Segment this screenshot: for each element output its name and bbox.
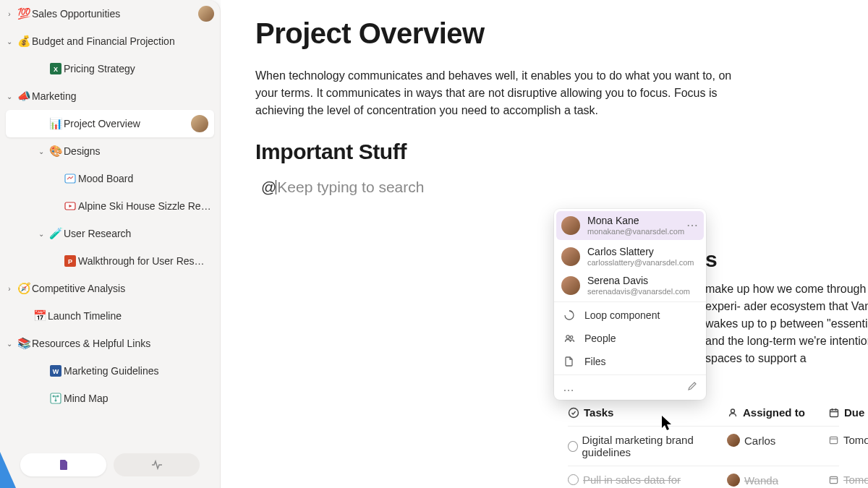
svg-rect-2	[65, 174, 75, 183]
footer-pill-doc[interactable]	[20, 453, 106, 476]
due-cell: Tomorrow	[828, 474, 868, 486]
sidebar-item-mood-board[interactable]: Mood Board	[0, 165, 220, 192]
sidebar-item-label: Sales Opportunities	[32, 8, 195, 20]
avatar	[561, 247, 580, 266]
sidebar-item-label: Walkthrough for User Res…	[78, 255, 214, 267]
item-emoji-icon: 🧭	[16, 282, 32, 295]
sidebar-item-competitive-analysis[interactable]: ›🧭Competitive Analysis	[0, 275, 220, 302]
task-cell: Pull in sales data for	[568, 474, 727, 486]
mention-action-loop-component[interactable]: Loop component	[554, 304, 706, 327]
avatar	[727, 434, 740, 447]
chevron-icon: ⌄	[35, 230, 48, 238]
item-emoji-icon: 📣	[16, 90, 32, 103]
item-emoji-icon: 💯	[16, 7, 32, 20]
task-checkbox[interactable]	[568, 474, 579, 485]
more-icon[interactable]: ⋯	[686, 218, 698, 232]
chevron-icon: ⌄	[3, 38, 16, 46]
obscured-body: make up how we come through as VanArsdel…	[705, 281, 868, 367]
person-icon	[727, 407, 739, 419]
task-header-row: Tasks Assigned to Due date Status	[568, 399, 839, 427]
sidebar-item-user-research[interactable]: ⌄🧪User Research	[0, 220, 220, 247]
mention-menu-footer: …	[554, 377, 706, 400]
intro-paragraph: When technology communicates and behaves…	[255, 67, 733, 119]
people-icon	[563, 333, 576, 344]
item-emoji-icon: 📅	[32, 309, 48, 322]
assigned-cell: Carlos	[727, 434, 828, 447]
sidebar-item-walkthrough-for-user-res-[interactable]: PWalkthrough for User Res…	[0, 247, 220, 275]
footer-pill-activity[interactable]	[114, 453, 200, 476]
person-email: serenadavis@vanarsdel.com	[587, 287, 690, 296]
sidebar-item-pricing-strategy[interactable]: XPricing Strategy	[0, 55, 220, 82]
loop-icon	[563, 309, 576, 321]
sidebar-nav: ›💯Sales Opportunities⌄💰Budget and Financ…	[0, 0, 220, 449]
chevron-icon: ›	[3, 285, 16, 293]
sidebar-item-label: Budget and Financial Projection	[32, 35, 214, 47]
sidebar-item-label: Marketing Guidelines	[64, 365, 214, 377]
sidebar-item-launch-timeline[interactable]: 📅Launch Timeline	[0, 302, 220, 330]
mention-action-people[interactable]: People	[554, 327, 706, 350]
document-icon	[58, 459, 69, 471]
mention-action-files[interactable]: Files	[554, 350, 706, 373]
mention-menu: Mona Kanemonakane@vanarsdel.com⋯Carlos S…	[554, 209, 706, 400]
excel-file-icon: X	[48, 63, 64, 74]
action-label: Loop component	[584, 309, 660, 321]
sidebar-item-label: Resources & Helpful Links	[32, 338, 214, 349]
sidebar-item-budget-and-financial-projectio[interactable]: ⌄💰Budget and Financial Projection	[0, 27, 220, 55]
item-emoji-icon: 📚	[16, 337, 32, 350]
chevron-icon: ›	[3, 10, 16, 18]
mention-placeholder: Keep typing to search	[277, 179, 424, 196]
header-due: Due date	[828, 406, 868, 419]
document-main: Project Overview When technology communi…	[221, 0, 868, 488]
sidebar-item-project-overview[interactable]: 📊Project Overview	[6, 110, 214, 137]
at-symbol: @	[261, 179, 276, 196]
sidebar-item-sales-opportunities[interactable]: ›💯Sales Opportunities	[0, 0, 220, 27]
task-table: Tasks Assigned to Due date Status Digita…	[568, 399, 839, 488]
action-label: People	[584, 333, 616, 344]
more-icon[interactable]: …	[563, 381, 574, 394]
person-name: Carlos Slattery	[587, 246, 694, 258]
task-cell: Digital marketing brand guidelines	[568, 434, 727, 458]
word-file-icon: W	[48, 365, 64, 377]
avatar	[561, 276, 580, 295]
action-label: Files	[584, 356, 606, 367]
edit-icon[interactable]	[687, 381, 697, 394]
sidebar-item-label: Pricing Strategy	[64, 63, 214, 74]
task-row[interactable]: Digital marketing brand guidelinesCarlos…	[568, 427, 839, 466]
pulse-icon	[150, 458, 163, 471]
svg-rect-16	[830, 409, 838, 416]
calendar-icon	[828, 474, 839, 485]
check-circle-icon	[568, 407, 579, 419]
svg-rect-18	[830, 476, 837, 483]
sidebar-item-mind-map[interactable]: Mind Map	[0, 385, 220, 412]
mention-person-mona-kane[interactable]: Mona Kanemonakane@vanarsdel.com⋯	[556, 211, 704, 240]
assigned-cell: Wanda	[727, 474, 828, 487]
sidebar-item-alpine-ski-house-sizzle-re-[interactable]: Alpine Ski House Sizzle Re…	[0, 192, 220, 220]
mention-input[interactable]: @ Keep typing to search	[255, 176, 833, 203]
svg-rect-17	[830, 437, 837, 443]
mention-person-serena-davis[interactable]: Serena Davisserenadavis@vanarsdel.com	[554, 271, 706, 300]
presence-avatar	[191, 115, 208, 132]
sidebar-item-designs[interactable]: ⌄🎨Designs	[0, 137, 220, 165]
sidebar-item-marketing[interactable]: ⌄📣Marketing	[0, 82, 220, 110]
section-heading: Important Stuff	[255, 140, 833, 164]
mention-person-carlos-slattery[interactable]: Carlos Slatterycarlosslattery@vanarsdel.…	[554, 242, 706, 271]
person-email: carlosslattery@vanarsdel.com	[587, 258, 694, 267]
person-name: Mona Kane	[587, 215, 684, 227]
task-checkbox[interactable]	[568, 441, 578, 452]
person-name: Serena Davis	[587, 275, 690, 287]
svg-text:P: P	[68, 258, 72, 265]
header-assigned: Assigned to	[727, 406, 828, 419]
video-file-icon	[62, 200, 78, 212]
due-cell: Tomorrow	[828, 434, 868, 446]
sidebar-item-label: Launch Timeline	[48, 310, 214, 322]
sidebar-item-label: Marketing	[32, 90, 214, 102]
whiteboard-file-icon	[62, 173, 78, 184]
sidebar-item-marketing-guidelines[interactable]: WMarketing Guidelines	[0, 357, 220, 385]
task-row[interactable]: Pull in sales data forWandaTomorrowDone	[568, 466, 839, 488]
calendar-icon	[828, 435, 839, 445]
item-emoji-icon: 💰	[16, 35, 32, 48]
sidebar-item-label: Mood Board	[78, 173, 214, 184]
sidebar-item-label: Mind Map	[64, 393, 214, 404]
sidebar-item-resources-helpful-links[interactable]: ⌄📚Resources & Helpful Links	[0, 330, 220, 357]
corner-accent	[0, 452, 16, 488]
